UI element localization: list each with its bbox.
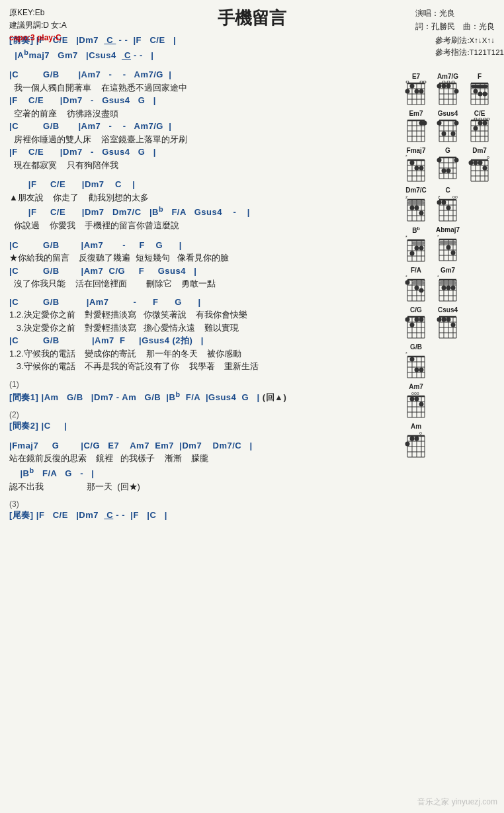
- v1-chord1: |C G/B |Am7 - - Am7/G |: [9, 68, 389, 81]
- chord-C: C z oo: [433, 187, 462, 222]
- svg-point-73: [454, 121, 459, 126]
- chord-row-10: Am o: [401, 423, 504, 458]
- bridge-lyric1: 站在鏡前反復的思索 鏡裡 的我樣子 漸漸 朦朧: [9, 452, 389, 465]
- chord-row-7: C/G Cs: [401, 306, 504, 339]
- v2-lyric2a: 1.2.守候我的電話 變成你的寄託 那一年的冬天 被你感動: [9, 347, 389, 361]
- svg-text:z: z: [405, 194, 408, 199]
- ch-lyric1: ★你給我的留言 反復聽了幾遍 短短幾句 像看見你的臉: [9, 251, 389, 265]
- v2-lyric2b: 3.守候你的電話 不再是我的寄託沒有了你 我學著 重新生活: [9, 360, 389, 373]
- svg-point-147: [415, 206, 419, 210]
- svg-point-292: [405, 442, 410, 447]
- svg-point-104: [419, 166, 424, 171]
- chord-CE: C/E: [465, 110, 494, 143]
- svg-point-163: [446, 206, 451, 210]
- svg-point-133: [483, 166, 487, 171]
- chord-Fmaj7: Fmaj7 *: [401, 147, 431, 183]
- svg-text:o: o: [487, 155, 489, 159]
- svg-point-15: [405, 89, 410, 94]
- svg-point-291: [415, 437, 419, 441]
- chord-row-9: Am7 ooo: [401, 383, 504, 419]
- pc-chord1: |F C/E |Dm7 C |: [9, 178, 389, 191]
- svg-text:*: *: [437, 275, 439, 279]
- section-interlude2-label: (2) [間奏2] |C |: [9, 410, 389, 433]
- pc-lyric2: 你說過 你愛我 手機裡的留言你曾這麼說: [9, 219, 389, 232]
- chord-row-1: E7: [401, 73, 504, 106]
- section-chorus: |C G/B |Am7 - F G | ★你給我的留言 反復聽了幾遍 短短幾句 …: [9, 239, 389, 290]
- svg-point-59: [423, 121, 427, 126]
- svg-point-33: [454, 89, 459, 94]
- svg-point-264: [419, 368, 424, 372]
- svg-point-221: [446, 286, 451, 290]
- section-prechorus: |F C/E |Dm7 C | ▲朋友說 你走了 勸我別想的太多 |F C/E …: [9, 178, 389, 232]
- svg-point-116: [442, 169, 446, 173]
- main-content: [前奏] |F C/E |Dm7 C - - |F C/E | |Abmaj7 …: [9, 34, 389, 522]
- chord-Bb: Bb *: [401, 226, 431, 263]
- section-interlude1-label: (1) [間奏1] |Am G/B |Dm7 - Am G/B |Bb F/A …: [9, 380, 389, 404]
- svg-point-247: [442, 318, 446, 322]
- svg-point-46: [478, 92, 483, 97]
- svg-point-14: [415, 89, 419, 94]
- svg-text:*: *: [405, 275, 407, 279]
- chord-GB: G/B *: [401, 343, 431, 379]
- svg-point-117: [446, 169, 451, 173]
- suggest-key: 建議男調:D 女:A: [9, 19, 67, 32]
- chord-FA: F/A *: [401, 267, 431, 302]
- svg-text:ooo: ooo: [411, 391, 419, 396]
- svg-text:oo: oo: [452, 194, 458, 199]
- svg-point-31: [442, 84, 446, 89]
- svg-point-72: [451, 132, 456, 136]
- svg-point-115: [437, 158, 442, 163]
- chord-row-3: Fmaj7 *: [401, 147, 504, 183]
- svg-text:o: o: [419, 431, 422, 435]
- svg-point-233: [405, 318, 410, 322]
- svg-point-161: [437, 200, 442, 205]
- header-left: 原KEY:Eb 建議男調:D 女:A capo:3 play:C: [9, 7, 67, 45]
- chord-Dm7C: Dm7/C z: [401, 187, 431, 222]
- svg-point-278: [419, 402, 424, 407]
- chord-Am: Am o: [401, 423, 431, 458]
- svg-point-131: [474, 161, 478, 165]
- header-area: 原KEY:Eb 建議男調:D 女:A capo:3 play:C 手機留言 演唱…: [9, 7, 495, 30]
- song-title: 手機留言: [218, 7, 286, 30]
- svg-point-177: [419, 246, 424, 251]
- lyricist: 詞：孔勝民 曲：光良: [415, 20, 495, 33]
- svg-point-204: [405, 280, 410, 285]
- bridge-chord1: |Fmaj7 G |C/G E7 Am7 Em7 |Dm7 Dm7/C |: [9, 439, 389, 452]
- strum-info: 參考刷法:X↑↓X↑↓ 參考指法:T121T121: [435, 34, 504, 59]
- svg-point-192: [451, 251, 456, 255]
- svg-point-70: [437, 121, 442, 126]
- section-verse1: |C G/B |Am7 - - Am7/G | 我一個人獨自開著車 在這熟悉不過…: [9, 68, 389, 171]
- svg-point-32: [446, 84, 451, 89]
- pc-lyric1: ▲朋友說 你走了 勸我別想的太多: [9, 191, 389, 204]
- svg-text:*: *: [405, 155, 407, 159]
- svg-point-118: [454, 158, 459, 163]
- svg-point-16: [419, 89, 424, 94]
- v1-chord4: |F C/E |Dm7 - Gsus4 G |: [9, 146, 389, 159]
- svg-text:z: z: [438, 194, 441, 199]
- chord-Am7G: Am7/G: [433, 73, 462, 106]
- watermark: 音乐之家 yinyuezj.com: [417, 796, 497, 808]
- svg-point-290: [410, 437, 415, 441]
- svg-point-236: [410, 323, 415, 327]
- svg-point-222: [451, 286, 456, 290]
- svg-point-178: [410, 251, 415, 256]
- paren-1: (1): [9, 380, 389, 389]
- ch-lyric2: 沒了你我只能 活在回憶裡面 刪除它 勇敢一點: [9, 277, 389, 290]
- chord-row-4: Dm7/C z: [401, 187, 504, 222]
- svg-point-234: [415, 318, 419, 322]
- section-outro-label: (3) [尾奏] |F C/E |Dm7 C - - |F |C |: [9, 499, 389, 522]
- svg-point-249: [451, 323, 456, 327]
- ch-chord2: |C G/B |Am7 C/G F Gsus4 |: [9, 265, 389, 278]
- svg-point-206: [415, 286, 419, 290]
- svg-point-248: [446, 318, 451, 322]
- chord-row-8: G/B *: [401, 343, 504, 379]
- v1-chord3: |C G/B |Am7 - - Am7/G |: [9, 120, 389, 133]
- v2-chord1: |C G/B |Am7 - F G |: [9, 296, 389, 309]
- singer: 演唱：光良: [415, 7, 495, 20]
- svg-rect-219: [439, 281, 456, 284]
- svg-point-176: [415, 246, 419, 251]
- bridge-chord2: |Bb F/A G - |: [9, 465, 389, 480]
- svg-point-148: [419, 211, 424, 216]
- svg-point-207: [419, 288, 424, 293]
- v1-lyric2: 空著的前座 彷彿路沒盡頭: [9, 107, 389, 120]
